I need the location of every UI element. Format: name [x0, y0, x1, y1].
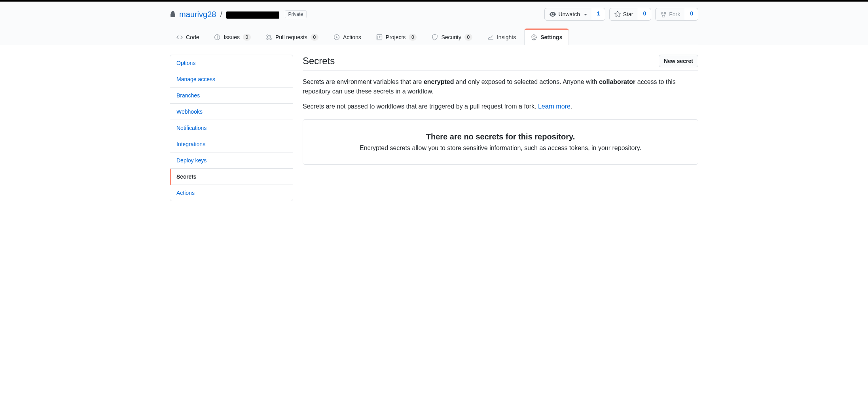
issues-count: 0	[243, 34, 251, 41]
sidebar-item-options[interactable]: Options	[170, 55, 293, 71]
secrets-description-2: Secrets are not passed to workflows that…	[303, 102, 698, 111]
shield-icon	[432, 34, 438, 40]
tab-pulls-label: Pull requests	[275, 34, 307, 40]
star-icon	[614, 11, 621, 17]
graph-icon	[487, 34, 494, 40]
security-count: 0	[464, 34, 472, 41]
tab-security[interactable]: Security 0	[425, 29, 479, 45]
star-label: Star	[623, 10, 633, 18]
sidebar-item-deploy-keys[interactable]: Deploy keys	[170, 152, 293, 169]
watch-count[interactable]: 1	[592, 8, 605, 21]
svg-point-3	[270, 38, 271, 40]
tab-code-label: Code	[186, 34, 199, 40]
sidebar-item-integrations[interactable]: Integrations	[170, 136, 293, 152]
empty-secrets-blankslate: There are no secrets for this repository…	[303, 119, 698, 165]
tab-settings-label: Settings	[540, 34, 562, 40]
page-title: Secrets	[303, 55, 335, 67]
repo-tabs: Code Issues 0 Pull requests 0 Actions	[170, 29, 698, 45]
repo-name[interactable]: multicfeature	[226, 10, 279, 19]
projects-count: 0	[409, 34, 417, 41]
tab-code[interactable]: Code	[170, 29, 206, 45]
eye-icon	[550, 11, 556, 17]
sidebar-item-webhooks[interactable]: Webhooks	[170, 104, 293, 120]
sidebar-item-actions[interactable]: Actions	[170, 185, 293, 201]
play-icon	[334, 34, 340, 40]
lock-icon	[170, 11, 176, 17]
repo-title: maurivg28 / multicfeature Private	[170, 10, 307, 19]
sidebar-item-manage-access[interactable]: Manage access	[170, 71, 293, 88]
repo-actions: Unwatch 1 Star 0 Fork 0	[544, 8, 698, 21]
settings-sidebar: Options Manage access Branches Webhooks …	[170, 55, 293, 201]
secrets-description-1: Secrets are environment variables that a…	[303, 77, 698, 96]
fork-label: Fork	[669, 10, 680, 18]
sidebar-item-branches[interactable]: Branches	[170, 88, 293, 104]
svg-point-2	[267, 38, 268, 40]
tab-issues-label: Issues	[224, 34, 239, 40]
fork-button[interactable]: Fork	[655, 8, 685, 21]
tab-projects[interactable]: Projects 0	[370, 29, 424, 45]
visibility-badge: Private	[285, 10, 307, 18]
project-icon	[376, 34, 383, 40]
sidebar-item-secrets: Secrets	[170, 169, 293, 185]
pull-request-icon	[266, 34, 272, 40]
svg-point-1	[267, 35, 268, 36]
tab-projects-label: Projects	[386, 34, 406, 40]
tab-pull-requests[interactable]: Pull requests 0	[259, 29, 325, 45]
tab-issues[interactable]: Issues 0	[207, 29, 257, 45]
repo-owner-link[interactable]: maurivg28	[179, 10, 216, 19]
tab-actions-label: Actions	[343, 34, 361, 40]
tab-settings[interactable]: Settings	[524, 29, 569, 45]
star-count[interactable]: 0	[638, 8, 651, 21]
sidebar-item-notifications[interactable]: Notifications	[170, 120, 293, 136]
star-button[interactable]: Star	[609, 8, 639, 21]
unwatch-label: Unwatch	[558, 10, 580, 18]
learn-more-link[interactable]: Learn more	[538, 103, 570, 110]
tab-security-label: Security	[441, 34, 461, 40]
gear-icon	[531, 34, 537, 40]
pulls-count: 0	[311, 34, 318, 41]
tab-insights-label: Insights	[497, 34, 516, 40]
new-secret-button[interactable]: New secret	[659, 55, 698, 67]
blankslate-title: There are no secrets for this repository…	[316, 132, 685, 141]
tab-actions[interactable]: Actions	[327, 29, 368, 45]
blankslate-description: Encrypted secrets allow you to store sen…	[316, 145, 685, 152]
unwatch-button[interactable]: Unwatch	[544, 8, 592, 21]
fork-icon	[660, 11, 667, 17]
issue-icon	[214, 34, 220, 40]
fork-count[interactable]: 0	[685, 8, 698, 21]
code-icon	[176, 34, 183, 40]
tab-insights[interactable]: Insights	[481, 29, 523, 45]
